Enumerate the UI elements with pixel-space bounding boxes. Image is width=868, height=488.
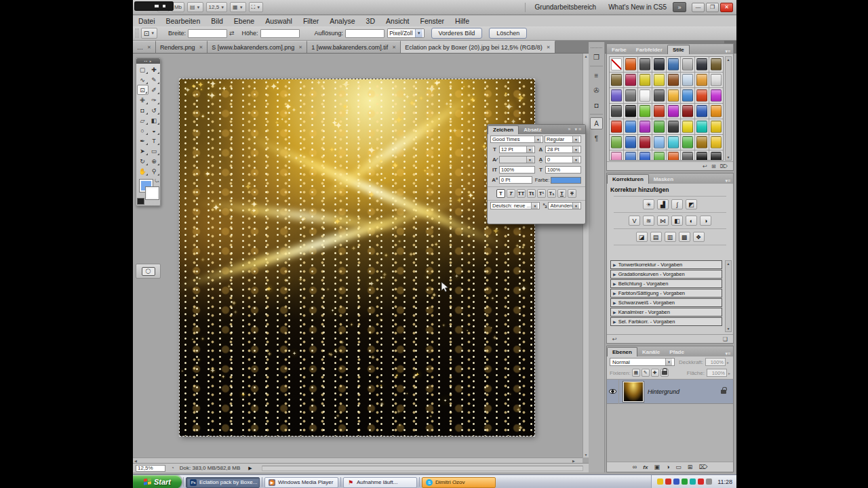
blur-tool[interactable]: ○ bbox=[137, 125, 149, 136]
menu-auswahl[interactable]: Auswahl bbox=[260, 17, 298, 25]
menu-filter[interactable]: Filter bbox=[298, 17, 324, 25]
style-swatch-46[interactable] bbox=[681, 135, 694, 150]
style-swatch-51[interactable] bbox=[638, 150, 652, 161]
document-tab-2[interactable]: Renders.png✕ bbox=[156, 41, 208, 53]
style-swatch-50[interactable] bbox=[624, 150, 637, 161]
view-extras-icon[interactable]: ▤▼ bbox=[187, 2, 203, 12]
style-swatch-23[interactable] bbox=[695, 88, 709, 103]
exposure-icon[interactable]: ◩ bbox=[686, 199, 697, 209]
channel-mixer-icon[interactable]: ◑ bbox=[700, 216, 711, 226]
tracking-select[interactable]: 0▼ bbox=[545, 156, 581, 163]
adjustments-panel-menu-icon[interactable]: ▾≡ bbox=[722, 178, 733, 184]
kerning-select[interactable]: ▼ bbox=[499, 156, 535, 163]
levels-icon[interactable]: ▟ bbox=[657, 199, 669, 209]
style-swatch-15[interactable] bbox=[695, 73, 709, 87]
task-ps[interactable]: PsEclation pack by Boxe... bbox=[186, 477, 260, 488]
tab-farbe[interactable]: Farbe bbox=[607, 45, 631, 54]
vibrance-icon[interactable]: V bbox=[629, 216, 640, 226]
canvas-horizontal-scrollbar[interactable]: ◀▶ bbox=[133, 458, 583, 463]
swap-dimensions-icon[interactable]: ⇄ bbox=[229, 30, 235, 37]
font-size-select[interactable]: 12 Pt▼ bbox=[499, 146, 535, 153]
whats-new-menu[interactable]: What's New in CS5 bbox=[608, 3, 667, 11]
superscript-button[interactable]: T¹ bbox=[537, 189, 546, 198]
clear-button[interactable]: Löschen bbox=[489, 28, 527, 39]
add-layer-mask-icon[interactable]: ▣ bbox=[654, 464, 660, 470]
style-swatch-27[interactable] bbox=[638, 104, 652, 119]
new-layer-icon[interactable]: ⊞ bbox=[688, 464, 693, 470]
preset-1[interactable]: ▶Tonwertkorrektur - Vorgaben bbox=[610, 260, 722, 269]
opacity-arrow-icon[interactable]: ▸ bbox=[727, 360, 729, 365]
dock-character[interactable]: A bbox=[590, 117, 603, 129]
type-tool[interactable]: T bbox=[149, 136, 160, 146]
style-swatch-6[interactable] bbox=[681, 57, 694, 72]
style-swatch-37[interactable] bbox=[667, 119, 680, 134]
layer-row[interactable]: Hintergrund bbox=[607, 380, 733, 404]
tray-icon-6[interactable] bbox=[698, 479, 704, 485]
layer-name[interactable]: Hintergrund bbox=[648, 388, 679, 395]
background-color[interactable] bbox=[146, 187, 159, 199]
style-swatch-12[interactable] bbox=[652, 73, 666, 87]
menu-fenster[interactable]: Fenster bbox=[414, 17, 450, 25]
canvas[interactable]: ✦✦✦✦✦✦✦✦✦✦✦✦✦✦✦✦✦✦✦✦✦✦✦✦✦✦✦✦✦✦✦✦✦✦✦✦✦✦✦✦… bbox=[180, 79, 534, 436]
style-swatch-36[interactable] bbox=[652, 119, 666, 134]
panel-menu-icon[interactable]: » ▾≡ bbox=[568, 127, 585, 132]
document-tab-1[interactable]: …✕ bbox=[133, 41, 156, 53]
style-swatch-16[interactable] bbox=[709, 73, 723, 87]
language-select[interactable]: Deutsch: neue ...▼ bbox=[490, 202, 540, 209]
style-swatch-52[interactable] bbox=[652, 150, 666, 161]
tray-icon-7[interactable] bbox=[706, 479, 712, 485]
menu-3d[interactable]: 3D bbox=[361, 17, 380, 25]
crop-tool-preset-icon[interactable]: ⊡▼ bbox=[141, 28, 157, 39]
hand-tool[interactable]: ✋ bbox=[137, 166, 149, 176]
style-swatch-47[interactable] bbox=[695, 135, 709, 150]
shape-tool[interactable]: ▭ bbox=[149, 146, 160, 156]
workspace-switcher[interactable]: Grundarbeitsbereich bbox=[535, 3, 597, 11]
preset-2[interactable]: ▶Gradationskurven - Vorgaben bbox=[610, 270, 722, 279]
style-swatch-40[interactable] bbox=[709, 119, 723, 134]
style-swatch-39[interactable] bbox=[695, 119, 709, 134]
new-style-icon[interactable]: ⊞ bbox=[711, 163, 716, 169]
return-icon[interactable]: ↩ bbox=[612, 336, 617, 342]
dodge-tool[interactable]: ◒ bbox=[149, 125, 160, 136]
blend-mode-select[interactable]: Normal▼ bbox=[610, 358, 675, 366]
tray-icon-4[interactable] bbox=[682, 479, 688, 485]
font-family-select[interactable]: Good Times▼ bbox=[490, 136, 543, 143]
link-layers-icon[interactable]: ∞ bbox=[633, 464, 637, 470]
style-swatch-7[interactable] bbox=[695, 57, 709, 72]
tray-icon-2[interactable] bbox=[665, 479, 671, 485]
style-swatch-28[interactable] bbox=[652, 104, 666, 119]
dock-grip[interactable] bbox=[591, 43, 602, 48]
dock-info[interactable]: ≡ bbox=[590, 69, 603, 81]
3d-rotate-tool[interactable]: ↻ bbox=[137, 156, 149, 166]
style-swatch-31[interactable] bbox=[695, 104, 709, 119]
style-swatch-48[interactable] bbox=[709, 135, 723, 150]
document-tab-3[interactable]: S [www.bakarenders.com].png✕ bbox=[208, 41, 307, 53]
style-swatch-24[interactable] bbox=[709, 88, 723, 103]
presets-scrollbar[interactable]: ▲▼ bbox=[725, 260, 732, 332]
document-tab-4[interactable]: 1 [www.bakarenders.com].tif✕ bbox=[307, 41, 401, 53]
zoom-level-dropdown[interactable]: 12,5▼ bbox=[206, 2, 228, 12]
task-skype[interactable]: SDimitri Ozov bbox=[422, 477, 496, 488]
style-swatch-55[interactable] bbox=[695, 150, 709, 161]
layer-style-icon[interactable]: fx bbox=[643, 464, 648, 470]
canvas-vertical-scrollbar[interactable]: ▲▼ bbox=[583, 54, 589, 458]
style-swatch-9[interactable] bbox=[610, 73, 623, 87]
styles-scrollbar[interactable]: ▲▼ bbox=[725, 56, 732, 161]
photo-filter-icon[interactable]: ◐ bbox=[686, 216, 697, 226]
style-swatch-49[interactable] bbox=[610, 150, 623, 161]
brightness-contrast-icon[interactable]: ☀ bbox=[643, 199, 654, 209]
tab-stile[interactable]: Stile bbox=[667, 45, 690, 54]
small-caps-button[interactable]: Tt bbox=[527, 189, 536, 198]
menu-bild[interactable]: Bild bbox=[205, 17, 229, 25]
style-swatch-11[interactable] bbox=[638, 73, 652, 87]
style-swatch-19[interactable] bbox=[638, 88, 652, 103]
menu-ebene[interactable]: Ebene bbox=[229, 17, 260, 25]
resolution-unit-select[interactable]: Pixel/Zoll▼ bbox=[387, 28, 424, 38]
status-zoom-field[interactable]: 12,5% bbox=[136, 465, 165, 472]
style-swatch-2[interactable] bbox=[624, 57, 637, 72]
style-swatch-25[interactable] bbox=[610, 104, 623, 119]
lock-pixels-icon[interactable]: ✎ bbox=[642, 369, 650, 377]
style-swatch-22[interactable] bbox=[681, 88, 694, 103]
start-button[interactable]: Start bbox=[133, 475, 182, 488]
tab-pfade[interactable]: Pfade bbox=[665, 347, 689, 357]
